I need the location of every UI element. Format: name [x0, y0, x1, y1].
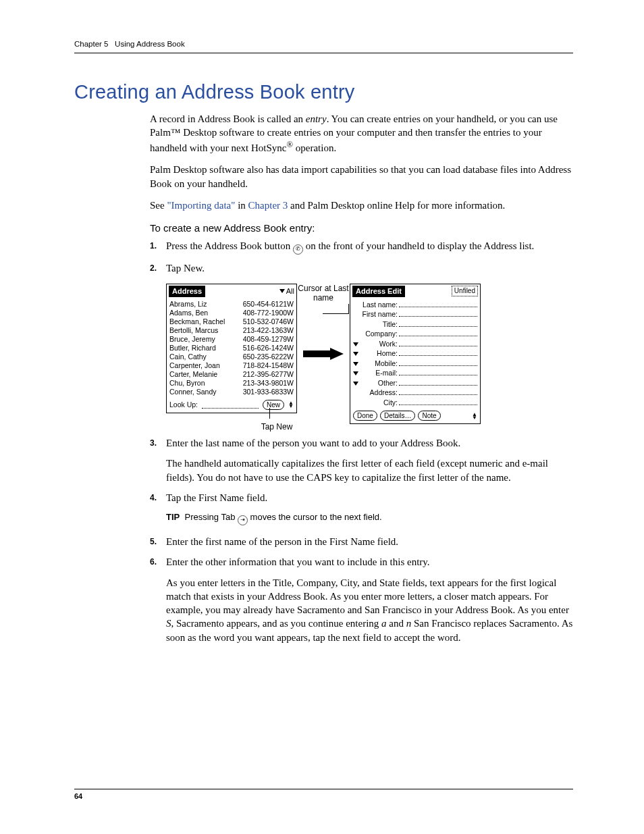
edit-field-row: Title:: [353, 319, 477, 330]
step-2: Tap New. Address All Abrams, Liz650-454-…: [150, 261, 573, 424]
field-dropdown-icon[interactable]: [353, 369, 358, 378]
field-label: Home:: [358, 349, 399, 359]
intro-p1: A record in Address Book is called an en…: [150, 112, 573, 155]
note-button[interactable]: Note: [418, 411, 440, 421]
field-label: City:: [358, 398, 399, 408]
callout-tap-new: Tap New: [250, 421, 304, 432]
figure-address-screens: Address All Abrams, Liz650-454-6121WAdam…: [166, 284, 573, 424]
field-dropdown-icon[interactable]: [353, 349, 358, 359]
section-title: Creating an Address Book entry: [74, 79, 573, 105]
edit-field-row: Other:: [353, 378, 477, 388]
field-label: Last name:: [358, 301, 399, 310]
new-button[interactable]: New: [263, 400, 284, 410]
address-list-row[interactable]: Butler, Richard516-626-1424W: [169, 344, 294, 353]
intro-p3: See "Importing data" in Chapter 3 and Pa…: [150, 199, 573, 212]
field-input-line[interactable]: [399, 388, 477, 395]
step-4: Tap the First Name field. TIP Pressing T…: [150, 491, 573, 525]
figure-callouts: Cursor at Last name Tap New: [297, 284, 350, 361]
field-input-line[interactable]: [399, 368, 477, 375]
scroll-arrows-icon[interactable]: ▲▼: [472, 413, 477, 419]
chapter-label: Chapter 5: [74, 40, 109, 48]
edit-field-row: First name:: [353, 309, 477, 319]
category-selector[interactable]: All: [279, 286, 294, 296]
scroll-arrows-icon[interactable]: ▲▼: [288, 401, 294, 408]
procedure-heading: To create a new Address Book entry:: [150, 221, 573, 235]
address-list-row[interactable]: Abrams, Liz650-454-6121W: [169, 300, 294, 309]
link-chapter-3[interactable]: Chapter 3: [248, 200, 288, 211]
edit-field-row: Home:: [353, 348, 477, 359]
lookup-field[interactable]: [202, 401, 259, 409]
edit-field-row: Address:: [353, 388, 477, 398]
field-input-line[interactable]: [399, 319, 477, 327]
field-input-line[interactable]: [399, 348, 477, 356]
address-list-row[interactable]: Carpenter, Joan718-824-1548W: [169, 361, 294, 370]
edit-fields: Last name:First name:Title:Company:Work:…: [350, 298, 480, 409]
step-5: Enter the first name of the person in th…: [150, 535, 573, 548]
lookup-label: Look Up:: [169, 400, 198, 409]
address-book-button-icon: ✆: [293, 244, 303, 255]
address-list-row[interactable]: Adams, Ben408-772-1900W: [169, 309, 294, 317]
field-label: Title:: [358, 320, 399, 330]
field-input-line[interactable]: [399, 339, 477, 346]
field-label: Company:: [358, 330, 399, 339]
address-list-row[interactable]: Chu, Byron213-343-9801W: [169, 379, 294, 388]
intro-p2: Palm Desktop software also has data impo…: [150, 163, 573, 190]
step-6: Enter the other information that you wan…: [150, 555, 573, 644]
field-label: Work:: [358, 340, 399, 349]
screen-title-edit: Address Edit: [352, 286, 405, 297]
address-list-row[interactable]: Beckman, Rachel510-532-0746W: [169, 317, 294, 326]
step-3-note: The handheld automatically capitalizes t…: [166, 457, 573, 484]
field-input-line[interactable]: [399, 398, 477, 405]
step-1: Press the Address Book button ✆ on the f…: [150, 239, 573, 255]
address-list-row[interactable]: Cain, Cathy650-235-6222W: [169, 353, 294, 361]
field-input-line[interactable]: [399, 359, 477, 366]
field-label: Address:: [358, 388, 399, 398]
field-input-line[interactable]: [399, 378, 477, 386]
running-header: Chapter 5 Using Address Book: [74, 39, 573, 53]
field-input-line[interactable]: [399, 329, 477, 336]
step-3: Enter the last name of the person you wa…: [150, 436, 573, 484]
edit-field-row: E-mail:: [353, 368, 477, 378]
palm-address-edit-screen: Address Edit Unfiled Last name:First nam…: [350, 284, 481, 424]
callout-cursor-label: Cursor at Last name: [297, 284, 350, 303]
address-list-row[interactable]: Bertolli, Marcus213-422-1363W: [169, 326, 294, 335]
svg-marker-0: [303, 348, 344, 360]
edit-field-row: Work:: [353, 339, 477, 349]
field-label: E-mail:: [358, 369, 399, 378]
screen-title-address: Address: [169, 286, 205, 297]
category-unfiled[interactable]: Unfiled: [452, 286, 478, 296]
tip: TIP Pressing Tab ⇥ moves the cursor to t…: [166, 511, 573, 525]
address-list-row[interactable]: Carter, Melanie212-395-6277W: [169, 370, 294, 379]
field-input-line[interactable]: [399, 309, 477, 317]
edit-field-row: Last name:: [353, 300, 477, 310]
field-label: First name:: [358, 310, 399, 319]
chapter-title: Using Address Book: [115, 40, 185, 48]
done-button[interactable]: Done: [353, 411, 377, 421]
field-label: Mobile:: [358, 359, 399, 369]
dropdown-icon: [279, 289, 285, 293]
page-number: 64: [74, 789, 573, 802]
tab-key-icon: ⇥: [238, 515, 248, 525]
field-dropdown-icon[interactable]: [353, 359, 358, 369]
field-label: Other:: [358, 379, 399, 388]
address-list-row[interactable]: Conner, Sandy301-933-6833W: [169, 388, 294, 396]
registered-symbol: ®: [286, 140, 293, 149]
edit-field-row: Company:: [353, 329, 477, 339]
field-input-line[interactable]: [399, 300, 477, 307]
address-list-row[interactable]: Bruce, Jeremy408-459-1279W: [169, 335, 294, 344]
details-button[interactable]: Details…: [380, 411, 416, 421]
edit-field-row: Mobile:: [353, 359, 477, 369]
link-importing-data[interactable]: "Importing data": [167, 200, 235, 211]
edit-field-row: City:: [353, 398, 477, 408]
field-dropdown-icon[interactable]: [353, 379, 358, 388]
field-dropdown-icon[interactable]: [353, 340, 358, 349]
arrow-icon: [297, 348, 350, 360]
address-list: Abrams, Liz650-454-6121WAdams, Ben408-77…: [167, 298, 296, 398]
palm-address-list-screen: Address All Abrams, Liz650-454-6121WAdam…: [166, 284, 297, 413]
step-6-note: As you enter letters in the Title, Compa…: [166, 576, 573, 644]
